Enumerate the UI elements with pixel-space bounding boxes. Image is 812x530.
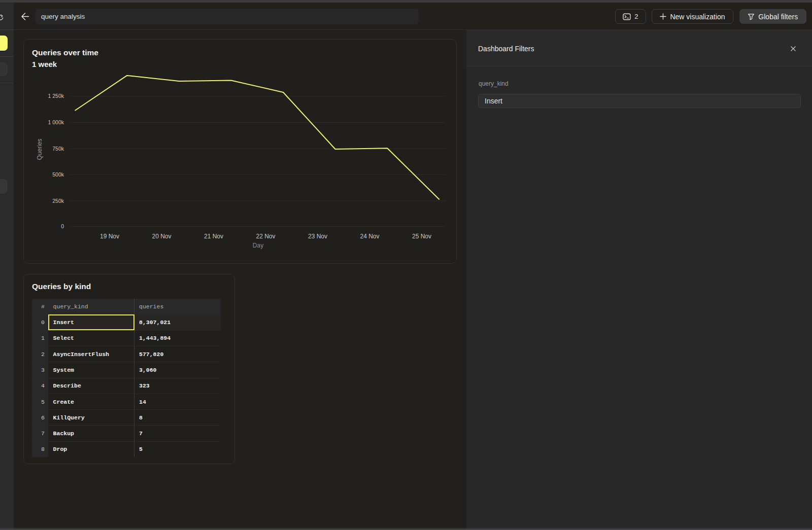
svg-text:21 Nov: 21 Nov xyxy=(204,233,223,240)
svg-text:0: 0 xyxy=(61,223,64,229)
svg-text:1 250k: 1 250k xyxy=(48,93,64,99)
svg-text:25 Nov: 25 Nov xyxy=(412,233,431,240)
svg-text:24 Nov: 24 Nov xyxy=(360,233,379,240)
svg-text:750k: 750k xyxy=(52,146,64,152)
svg-text:22 Nov: 22 Nov xyxy=(256,233,275,240)
svg-text:19 Nov: 19 Nov xyxy=(100,233,119,240)
svg-text:500k: 500k xyxy=(52,171,64,178)
svg-text:250k: 250k xyxy=(52,198,64,204)
svg-text:Queries: Queries xyxy=(36,138,43,160)
svg-text:Day: Day xyxy=(253,242,263,249)
svg-text:23 Nov: 23 Nov xyxy=(308,233,327,240)
svg-text:20 Nov: 20 Nov xyxy=(152,233,171,240)
svg-text:1 000k: 1 000k xyxy=(48,119,64,125)
